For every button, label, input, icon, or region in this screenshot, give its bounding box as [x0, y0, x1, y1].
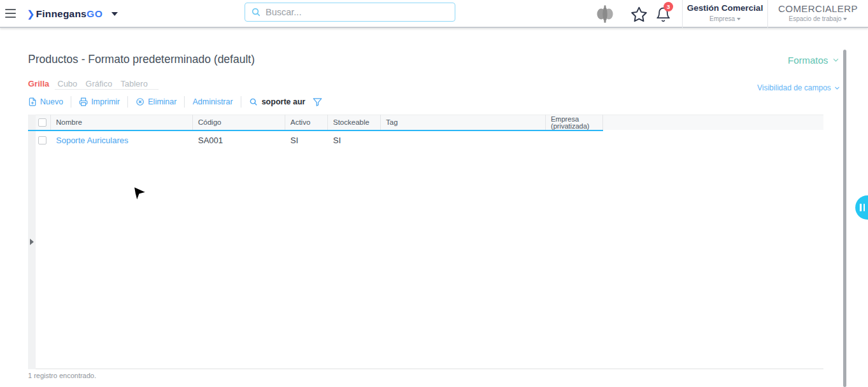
row-checkbox[interactable]	[38, 136, 46, 144]
table-row[interactable]: Soporte Auriculares SA001 SI SI	[36, 131, 603, 149]
grid-filter	[249, 97, 322, 107]
brand-logo[interactable]: ❯ Finnegans GO	[27, 6, 118, 22]
cell-tag	[381, 131, 546, 149]
new-button[interactable]: Nuevo	[28, 97, 63, 106]
grid-filter-input[interactable]	[262, 97, 310, 106]
field-visibility-dropdown[interactable]: Visibilidad de campos	[757, 83, 841, 92]
formats-dropdown[interactable]: Formatos	[788, 55, 840, 66]
chevron-down-icon	[834, 85, 841, 92]
brand-name: Finnegans	[36, 8, 87, 20]
print-button-label: Imprimir	[91, 97, 120, 106]
hamburger-menu-icon[interactable]	[5, 9, 17, 19]
side-panel-handle[interactable]	[855, 195, 868, 220]
notification-badge: 3	[664, 2, 673, 11]
vertical-scrollbar[interactable]	[843, 50, 846, 387]
panel-expand-arrow-icon[interactable]	[30, 239, 34, 245]
filter-funnel-icon[interactable]	[313, 97, 322, 107]
company-selector-label: Empresa	[709, 15, 735, 22]
global-search-box[interactable]	[245, 3, 455, 22]
delete-button-label: Eliminar	[148, 97, 176, 106]
brand-suffix: GO	[87, 8, 103, 20]
topbar: ❯ Finnegans GO	[0, 0, 868, 28]
delete-circle-icon	[136, 97, 145, 106]
new-button-label: Nuevo	[40, 97, 63, 106]
new-document-icon	[28, 97, 37, 106]
product-name-link[interactable]: Soporte Auriculares	[56, 136, 128, 145]
chevron-down-icon	[832, 56, 840, 64]
field-visibility-label: Visibilidad de campos	[757, 83, 831, 92]
tabs-underline	[55, 89, 159, 90]
column-header-tag[interactable]: Tag	[381, 115, 546, 130]
company-selector[interactable]: Gestión Comercial Empresa	[683, 3, 767, 22]
manage-button-label: Administrar	[192, 97, 232, 106]
toolbar-divider	[184, 96, 185, 108]
column-header-empresa[interactable]: Empresa (privatizada)	[546, 115, 603, 130]
formats-label: Formatos	[788, 55, 828, 66]
chevron-down-icon	[737, 18, 741, 20]
select-all-checkbox[interactable]	[38, 118, 46, 127]
pause-icon	[860, 204, 865, 211]
cell-stockeable: SI	[328, 131, 381, 149]
modules-icon[interactable]	[593, 4, 617, 26]
search-icon	[249, 97, 258, 106]
cell-codigo: SA001	[193, 131, 285, 149]
select-all-cell	[36, 115, 51, 130]
chevron-down-icon[interactable]	[111, 12, 118, 16]
company-name: Gestión Comercial	[683, 3, 767, 13]
row-select-cell	[36, 131, 51, 149]
toolbar-divider	[71, 96, 71, 108]
cell-empresa	[546, 131, 603, 149]
column-header-activo[interactable]: Activo	[285, 115, 328, 130]
result-count-status: 1 registro encontrado.	[28, 372, 96, 379]
search-icon	[251, 7, 261, 17]
page-title: Productos - Formato predeterminado (defa…	[28, 53, 255, 66]
favorites-star-icon[interactable]	[630, 6, 648, 25]
printer-icon	[79, 97, 88, 106]
products-table: Nombre Código Activo Stockeable Tag Empr…	[28, 115, 823, 369]
logo-chevron-icon: ❯	[27, 8, 35, 20]
toolbar-divider	[127, 96, 128, 108]
column-header-stockeable[interactable]: Stockeable	[328, 115, 381, 130]
grid-toolbar: Nuevo Imprimir Eliminar Administrar	[28, 94, 322, 110]
manage-button[interactable]: Administrar	[192, 97, 232, 106]
print-button[interactable]: Imprimir	[79, 97, 120, 106]
delete-button[interactable]: Eliminar	[136, 97, 176, 106]
global-search-input[interactable]	[266, 7, 438, 17]
app-window: ❯ Finnegans GO	[0, 0, 868, 387]
workspace-selector[interactable]: COMERCIALERP Espacio de trabajo	[768, 3, 868, 22]
tab-grilla[interactable]: Grilla	[28, 79, 49, 91]
workspace-selector-label: Espacio de trabajo	[789, 15, 842, 22]
toolbar-divider	[241, 96, 241, 108]
table-header-row: Nombre Código Activo Stockeable Tag Empr…	[36, 115, 603, 130]
column-header-nombre[interactable]: Nombre	[51, 115, 193, 130]
column-header-codigo[interactable]: Código	[193, 115, 285, 130]
workspace-name: COMERCIALERP	[768, 3, 868, 14]
chevron-down-icon	[843, 18, 847, 20]
cell-activo: SI	[285, 131, 328, 149]
